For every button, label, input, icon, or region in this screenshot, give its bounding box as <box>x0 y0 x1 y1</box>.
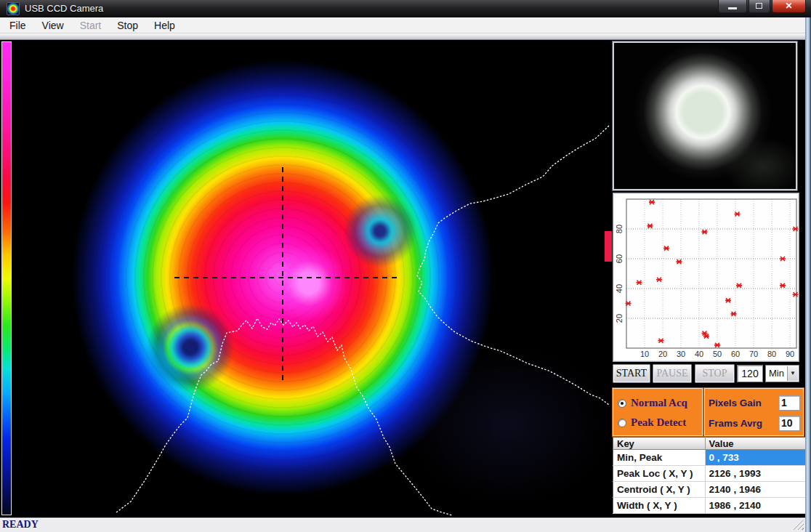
interval-unit-value: Min <box>769 368 784 379</box>
table-cell-key: Centroid ( X, Y ) <box>613 482 706 498</box>
table-row[interactable]: Width ( X, Y )1986 , 2140 <box>613 498 806 514</box>
svg-text:50: 50 <box>713 350 722 358</box>
stats-table: Key Value Min, Peak0 , 733Peak Loc ( X, … <box>613 437 806 514</box>
field-row: Pixels Gain1 <box>709 392 800 413</box>
field-row: Frams Avrg10 <box>709 413 800 433</box>
svg-text:60: 60 <box>615 254 624 263</box>
window-title: USB CCD Camera <box>25 3 103 14</box>
svg-text:40: 40 <box>615 284 624 293</box>
maximize-icon <box>756 3 762 9</box>
pause-button: PAUSE <box>653 364 692 383</box>
chevron-down-icon[interactable]: ▼ <box>787 366 798 381</box>
title-bar: USB CCD Camera ✕ <box>0 0 811 17</box>
radio-icon <box>618 399 626 408</box>
menu-item-file[interactable]: File <box>1 17 34 33</box>
table-header-row: Key Value <box>613 438 806 450</box>
table-cell-key: Min, Peak <box>613 450 706 466</box>
field-label: Frams Avrg <box>709 418 778 429</box>
close-icon: ✕ <box>772 1 805 11</box>
maximize-button[interactable] <box>749 0 770 13</box>
app-icon <box>7 2 20 15</box>
svg-text:80: 80 <box>615 225 624 233</box>
radio-label: Normal Acq <box>631 397 687 409</box>
minimize-button[interactable] <box>718 0 747 13</box>
svg-text:60: 60 <box>731 350 740 358</box>
camera-thumbnail-panel <box>613 41 797 190</box>
svg-text:10: 10 <box>640 350 649 358</box>
scatter-plot: 10203040506070809020406080 <box>613 193 799 361</box>
svg-text:80: 80 <box>767 350 776 358</box>
table-cell-value: 0 , 733 <box>705 450 805 466</box>
acquisition-settings-panel: Pixels Gain1Frams Avrg10 <box>704 388 804 436</box>
menu-bar: FileViewStartStopHelp <box>0 17 811 33</box>
svg-text:40: 40 <box>695 350 703 358</box>
svg-text:70: 70 <box>749 350 758 358</box>
key-column-header: Key <box>613 438 706 450</box>
table-row[interactable]: Centroid ( X, Y )2140 , 1946 <box>613 482 806 498</box>
svg-text:20: 20 <box>658 350 667 358</box>
radio-icon <box>618 419 626 427</box>
radio-label: Peak Detect <box>631 416 686 429</box>
table-cell-key: Peak Loc ( X, Y ) <box>613 466 706 482</box>
svg-text:20: 20 <box>615 314 624 323</box>
table-row[interactable]: Peak Loc ( X, Y )2126 , 1993 <box>613 466 806 482</box>
status-text: READY <box>2 519 39 531</box>
menu-item-help[interactable]: Help <box>146 17 183 33</box>
svg-text:90: 90 <box>786 350 794 358</box>
close-button[interactable]: ✕ <box>772 0 806 13</box>
table-cell-value: 2140 , 1946 <box>705 482 805 498</box>
menu-item-start: Start <box>72 17 110 33</box>
toolbar-strip <box>0 33 811 40</box>
status-bar: READY <box>0 517 811 532</box>
intensity-colorbar <box>1 41 12 515</box>
level-indicator-bar <box>605 231 612 262</box>
table-cell-key: Width ( X, Y ) <box>613 498 706 514</box>
window-right-border <box>805 17 811 532</box>
radio-peak-detect[interactable]: Peak Detect <box>618 413 702 432</box>
field-label: Pixels Gain <box>709 398 778 408</box>
acquisition-mode-panel: Normal AcqPeak Detect <box>613 388 703 436</box>
app-window: USB CCD Camera ✕ FileViewStartStopHelp 1… <box>0 0 811 532</box>
start-button[interactable]: START <box>613 364 650 383</box>
trend-plot-panel: 10203040506070809020406080 <box>613 193 799 362</box>
table-cell-value: 1986 , 2140 <box>705 498 805 514</box>
minimize-icon <box>728 7 737 9</box>
menu-item-stop[interactable]: Stop <box>109 17 146 33</box>
menu-item-view[interactable]: View <box>34 17 72 33</box>
frams-avrg-input[interactable]: 10 <box>778 416 800 431</box>
stop-button: STOP <box>695 364 735 383</box>
thumbnail-smudge <box>723 137 797 190</box>
interval-input[interactable]: 120 <box>737 365 763 382</box>
interval-unit-select[interactable]: Min ▼ <box>765 365 799 382</box>
table-cell-value: 2126 , 1993 <box>705 466 805 482</box>
pixels-gain-input[interactable]: 1 <box>778 395 800 411</box>
value-column-header: Value <box>705 438 805 450</box>
table-row[interactable]: Min, Peak0 , 733 <box>613 450 806 466</box>
radio-normal-acq[interactable]: Normal Acq <box>618 393 702 413</box>
svg-text:30: 30 <box>677 350 685 358</box>
